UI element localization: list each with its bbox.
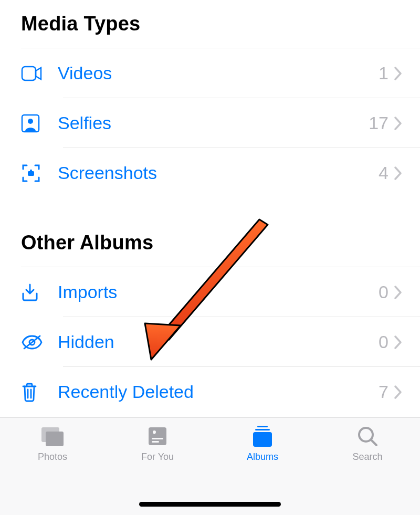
tab-search[interactable]: Search	[315, 424, 420, 463]
row-label: Recently Deleted	[58, 382, 373, 402]
svg-point-2	[28, 119, 33, 124]
section-header-other-albums: Other Albums	[21, 232, 420, 254]
svg-rect-17	[255, 429, 270, 430]
tab-photos[interactable]: Photos	[0, 424, 105, 463]
row-count: 17	[369, 113, 394, 133]
other-albums-section: Other Albums Imports 0	[0, 232, 420, 417]
chevron-right-icon	[394, 66, 420, 81]
tab-bar: Photos For You Albums	[0, 417, 420, 515]
videocam-icon	[21, 66, 58, 81]
tab-label: For You	[141, 451, 174, 463]
tab-for-you[interactable]: For You	[105, 424, 210, 463]
media-types-section: Media Types Videos 1	[0, 13, 420, 198]
row-count: 1	[373, 63, 394, 83]
trash-icon	[21, 382, 58, 402]
chevron-right-icon	[394, 116, 420, 131]
row-label: Imports	[58, 282, 373, 302]
row-label: Screenshots	[58, 163, 373, 183]
row-recently-deleted[interactable]: Recently Deleted 7	[21, 367, 420, 417]
svg-rect-18	[253, 432, 272, 447]
albums-stack-icon	[250, 424, 275, 448]
for-you-card-icon	[146, 424, 169, 448]
tab-label: Albums	[247, 451, 278, 463]
svg-rect-3	[28, 171, 34, 176]
row-screenshots[interactable]: Screenshots 4	[21, 148, 420, 198]
download-tray-icon	[21, 283, 58, 302]
home-indicator	[139, 502, 281, 507]
svg-rect-14	[152, 438, 163, 439]
svg-rect-0	[22, 67, 36, 80]
chevron-right-icon	[394, 385, 420, 400]
eye-slash-icon	[21, 334, 58, 350]
tab-albums[interactable]: Albums	[210, 424, 315, 463]
svg-line-20	[371, 440, 376, 445]
svg-rect-12	[46, 432, 64, 446]
chevron-right-icon	[394, 166, 420, 181]
tab-label: Photos	[38, 451, 67, 463]
photos-stack-icon	[39, 424, 66, 448]
row-label: Hidden	[58, 332, 373, 352]
row-count: 4	[373, 163, 394, 183]
tab-label: Search	[352, 451, 382, 463]
search-icon	[356, 424, 379, 448]
row-hidden[interactable]: Hidden 0	[21, 317, 420, 367]
row-label: Videos	[58, 63, 373, 83]
row-selfies[interactable]: Selfies 17	[21, 98, 420, 148]
svg-rect-4	[30, 170, 32, 171]
svg-rect-16	[257, 426, 268, 427]
row-count: 7	[373, 382, 394, 402]
person-square-icon	[21, 114, 58, 133]
row-label: Selfies	[58, 113, 369, 133]
chevron-right-icon	[394, 285, 420, 300]
row-count: 0	[373, 282, 394, 302]
screenshot-icon	[21, 163, 58, 183]
chevron-right-icon	[394, 335, 420, 350]
svg-rect-15	[152, 441, 159, 443]
section-header-media-types: Media Types	[21, 13, 420, 35]
row-count: 0	[373, 332, 394, 352]
row-videos[interactable]: Videos 1	[21, 48, 420, 98]
row-imports[interactable]: Imports 0	[21, 267, 420, 317]
